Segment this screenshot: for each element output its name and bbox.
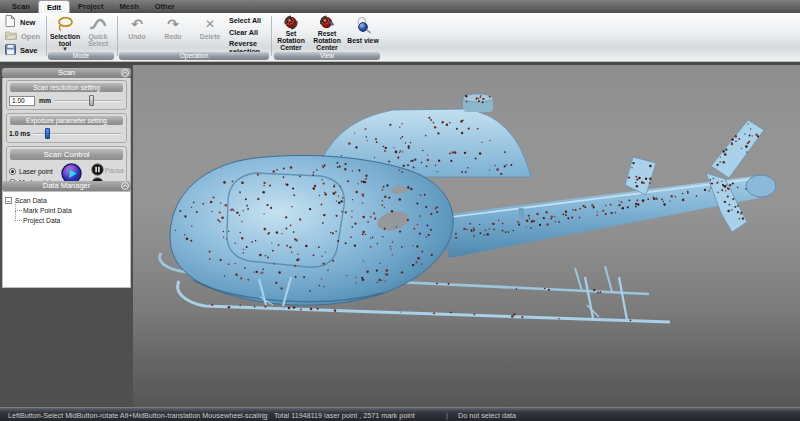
mode-group-caption: Mode [48,52,114,60]
select-all-button[interactable]: Select All [229,16,269,25]
collapse-expander-icon[interactable]: – [5,197,12,204]
resolution-slider[interactable] [54,95,121,106]
view-group: Set Rotation Center Reset Rotation Cente… [273,13,381,62]
tree-item-mark-point-data[interactable]: Mark Point Data [15,205,128,215]
save-disk-icon [5,44,16,57]
mode-group: Selection tool ▼ Quick Select Mode [47,13,115,62]
new-file-icon [5,15,16,29]
data-manager-header[interactable]: Data Manager [2,181,131,191]
exposure-value-label: 1.0 ms [9,130,30,137]
ribbon-separator [271,16,272,56]
exposure-slider[interactable] [33,128,121,139]
redo-icon: ↷ [158,15,188,33]
operation-group: ↶ Undo ↷ Redo ✕ Delete Select All Clear … [118,13,270,62]
exposure-slider-thumb[interactable] [45,128,50,139]
scan-panel-header[interactable]: Scan [2,68,131,78]
pause-icon [91,163,104,178]
best-view-button[interactable]: Best view [347,15,379,44]
helicopter-scan-model[interactable] [133,65,800,407]
view-group-caption: View [274,52,380,60]
main-area: Scan Scan resolution setting mm [0,65,800,407]
quick-select-curve-icon [82,15,114,33]
radio-icon [9,168,16,175]
mouse-hint-text: LeftButton-Select MidButton-rotate Alt+M… [8,411,268,420]
tail-cone [746,175,776,197]
tab-other[interactable]: Other [147,0,183,13]
data-tree: – Scan Data Mark Point Data Project Data [2,191,131,288]
delete-x-icon: ✕ [194,15,226,33]
application-window: Scan Edit Project Mesh Other New Open [0,0,800,421]
reset-rotation-center-icon [309,15,345,30]
tab-scan[interactable]: Scan [4,0,38,13]
tail-rotor-upper-blade [711,120,764,178]
ribbon: New Open Save Selection t [0,13,800,62]
open-button[interactable]: Open [3,29,45,43]
data-manager-panel: Data Manager – Scan Data Mark Point Data… [2,181,131,288]
operation-group-caption: Operation [119,52,269,60]
scan-control-header: Scan Control [10,149,123,160]
resolution-slider-thumb[interactable] [89,95,94,106]
exposure-group: Exposure parameter setting 1.0 ms [6,113,127,143]
open-folder-icon [5,30,17,42]
redo-button[interactable]: ↷ Redo [158,15,188,40]
set-rotation-center-button[interactable]: Set Rotation Center [274,15,308,52]
file-buttons: New Open Save [3,15,45,57]
tree-item-scan-data[interactable]: – Scan Data [5,195,128,205]
resolution-group: Scan resolution setting mm [6,80,127,110]
reset-rotation-center-button[interactable]: Reset Rotation Center [309,15,345,52]
exposure-group-header: Exposure parameter setting [10,116,123,125]
tab-mesh[interactable]: Mesh [112,0,147,13]
quick-select-button[interactable]: Quick Select [82,15,114,47]
laser-point-radio[interactable]: Laser point [9,166,53,177]
save-button[interactable]: Save [3,43,45,57]
best-view-icon [347,15,379,35]
collapse-chevron-icon[interactable] [121,182,129,190]
tree-item-project-data[interactable]: Project Data [15,215,128,225]
selection-status-text: Do not select data [458,411,516,420]
set-rotation-center-icon [274,15,308,30]
point-totals-text: Total 11948119 laser point , 2571 mark p… [274,411,415,420]
pause-button[interactable]: Pause [91,163,124,177]
delete-button[interactable]: ✕ Delete [194,15,226,40]
status-bar: LeftButton-Select MidButton-rotate Alt+M… [0,407,800,421]
collapse-chevron-icon[interactable] [121,69,129,77]
undo-button[interactable]: ↶ Undo [122,15,152,40]
left-sidebar: Scan Scan resolution setting mm [0,65,133,407]
lasso-icon [48,15,82,33]
clear-all-button[interactable]: Clear All [229,28,269,37]
resolution-group-header: Scan resolution setting [10,83,123,92]
undo-icon: ↶ [122,15,152,33]
tab-project[interactable]: Project [70,0,111,13]
ribbon-tab-bar: Scan Edit Project Mesh Other [0,0,800,13]
3d-viewport[interactable] [133,65,800,407]
selection-tool-button[interactable]: Selection tool ▼ [48,15,82,52]
resolution-input[interactable] [9,96,35,106]
tab-edit[interactable]: Edit [38,0,70,13]
resolution-unit-label: mm [39,97,51,104]
new-button[interactable]: New [3,15,45,29]
